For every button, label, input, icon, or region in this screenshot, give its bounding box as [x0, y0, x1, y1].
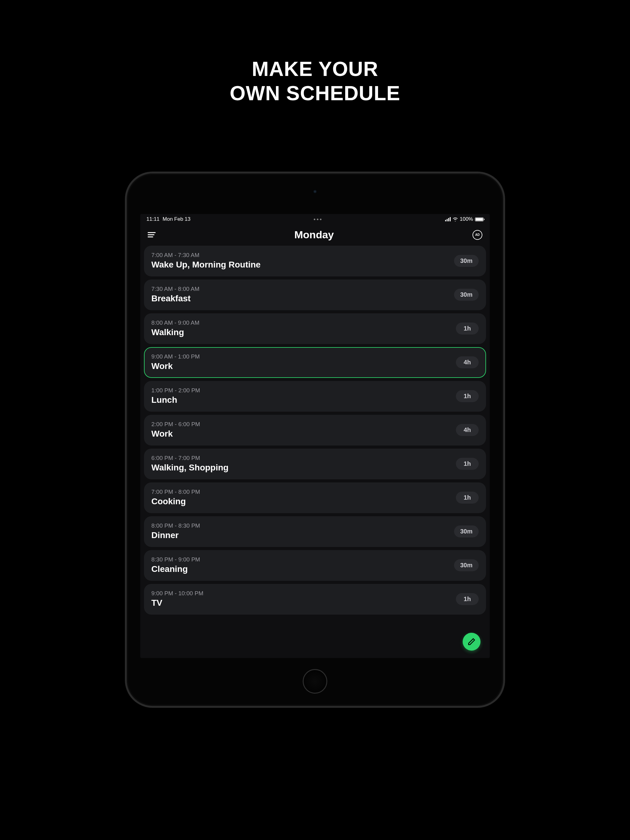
schedule-title: Wake Up, Morning Routine: [151, 260, 261, 270]
schedule-card-content: 2:00 PM - 6:00 PMWork: [151, 421, 200, 439]
battery-percentage: 100%: [460, 216, 473, 222]
schedule-card-content: 8:00 AM - 9:00 AMWalking: [151, 319, 199, 337]
edit-fab-button[interactable]: [463, 633, 481, 651]
promo-headline: MAKE YOUR OWN SCHEDULE: [0, 57, 630, 106]
duration-pill: 1h: [456, 492, 479, 504]
schedule-time-range: 9:00 PM - 10:00 PM: [151, 590, 203, 597]
schedule-time-range: 7:00 PM - 8:00 PM: [151, 489, 200, 495]
schedule-card[interactable]: 8:30 PM - 9:00 PMCleaning30m: [144, 550, 486, 581]
schedule-title: Dinner: [151, 531, 200, 540]
schedule-title: TV: [151, 598, 203, 608]
schedule-time-range: 2:00 PM - 6:00 PM: [151, 421, 200, 428]
ad-badge-button[interactable]: AD: [473, 230, 482, 240]
schedule-card-content: 9:00 AM - 1:00 PMWork: [151, 353, 199, 371]
duration-pill: 1h: [456, 322, 479, 335]
tablet-device-frame: 11:11 Mon Feb 13 100% Monday: [125, 172, 505, 708]
duration-pill: 1h: [456, 390, 479, 402]
schedule-card[interactable]: 6:00 PM - 7:00 PMWalking, Shopping1h: [144, 448, 486, 479]
schedule-title: Work: [151, 361, 199, 371]
schedule-card-content: 8:00 PM - 8:30 PMDinner: [151, 523, 200, 540]
status-bar: 11:11 Mon Feb 13 100%: [140, 214, 490, 224]
schedule-card[interactable]: 8:00 AM - 9:00 AMWalking1h: [144, 313, 486, 344]
battery-icon: [475, 217, 484, 221]
schedule-card[interactable]: 7:30 AM - 8:00 AMBreakfast30m: [144, 279, 486, 310]
schedule-card[interactable]: 2:00 PM - 6:00 PMWork4h: [144, 415, 486, 445]
duration-pill: 30m: [454, 289, 479, 301]
duration-pill: 30m: [454, 255, 479, 267]
schedule-time-range: 6:00 PM - 7:00 PM: [151, 455, 229, 461]
schedule-title: Walking, Shopping: [151, 463, 229, 472]
app-screen: 11:11 Mon Feb 13 100% Monday: [140, 214, 490, 658]
schedule-time-range: 9:00 AM - 1:00 PM: [151, 353, 199, 360]
schedule-card-content: 1:00 PM - 2:00 PMLunch: [151, 387, 200, 405]
schedule-card-content: 7:00 PM - 8:00 PMCooking: [151, 489, 200, 507]
status-bar-right: 100%: [445, 216, 484, 222]
page-title: Monday: [294, 229, 334, 241]
schedule-time-range: 1:00 PM - 2:00 PM: [151, 387, 200, 394]
app-nav-bar: Monday AD: [140, 224, 490, 246]
schedule-card[interactable]: 9:00 AM - 1:00 PMWork4h: [144, 347, 486, 378]
duration-pill: 30m: [454, 559, 479, 571]
menu-icon[interactable]: [148, 232, 156, 237]
promo-line-2: OWN SCHEDULE: [0, 81, 630, 106]
schedule-list[interactable]: 7:00 AM - 7:30 AMWake Up, Morning Routin…: [140, 246, 490, 615]
schedule-title: Walking: [151, 327, 199, 337]
status-time: 11:11: [146, 216, 160, 222]
schedule-card[interactable]: 1:00 PM - 2:00 PMLunch1h: [144, 381, 486, 412]
schedule-time-range: 8:00 PM - 8:30 PM: [151, 523, 200, 529]
schedule-card-content: 7:30 AM - 8:00 AMBreakfast: [151, 286, 199, 303]
wifi-icon: [453, 217, 458, 221]
promo-line-1: MAKE YOUR: [0, 57, 630, 81]
schedule-card[interactable]: 8:00 PM - 8:30 PMDinner30m: [144, 516, 486, 547]
schedule-time-range: 8:00 AM - 9:00 AM: [151, 319, 199, 326]
duration-pill: 4h: [456, 424, 479, 436]
schedule-card[interactable]: 7:00 PM - 8:00 PMCooking1h: [144, 482, 486, 513]
schedule-card[interactable]: 9:00 PM - 10:00 PMTV1h: [144, 584, 486, 615]
schedule-card-content: 6:00 PM - 7:00 PMWalking, Shopping: [151, 455, 229, 472]
schedule-title: Lunch: [151, 395, 200, 405]
pencil-icon: [468, 638, 476, 646]
schedule-card-content: 8:30 PM - 9:00 PMCleaning: [151, 556, 200, 574]
status-date: Mon Feb 13: [163, 216, 191, 222]
schedule-card-content: 7:00 AM - 7:30 AMWake Up, Morning Routin…: [151, 252, 261, 270]
duration-pill: 1h: [456, 458, 479, 470]
schedule-time-range: 7:30 AM - 8:00 AM: [151, 286, 199, 292]
front-camera-icon: [313, 189, 317, 194]
schedule-title: Work: [151, 429, 200, 439]
schedule-card-content: 9:00 PM - 10:00 PMTV: [151, 590, 203, 608]
status-bar-left: 11:11 Mon Feb 13: [146, 216, 190, 222]
schedule-title: Cleaning: [151, 564, 200, 574]
schedule-title: Breakfast: [151, 294, 199, 303]
schedule-card[interactable]: 7:00 AM - 7:30 AMWake Up, Morning Routin…: [144, 246, 486, 276]
duration-pill: 4h: [456, 356, 479, 368]
cellular-signal-icon: [445, 217, 451, 221]
duration-pill: 1h: [456, 593, 479, 605]
schedule-time-range: 8:30 PM - 9:00 PM: [151, 556, 200, 563]
schedule-time-range: 7:00 AM - 7:30 AM: [151, 252, 261, 259]
multitask-dots-icon: [314, 219, 321, 220]
duration-pill: 30m: [454, 526, 479, 537]
home-button[interactable]: [303, 669, 327, 694]
schedule-title: Cooking: [151, 497, 200, 507]
ad-badge-label: AD: [475, 233, 480, 237]
